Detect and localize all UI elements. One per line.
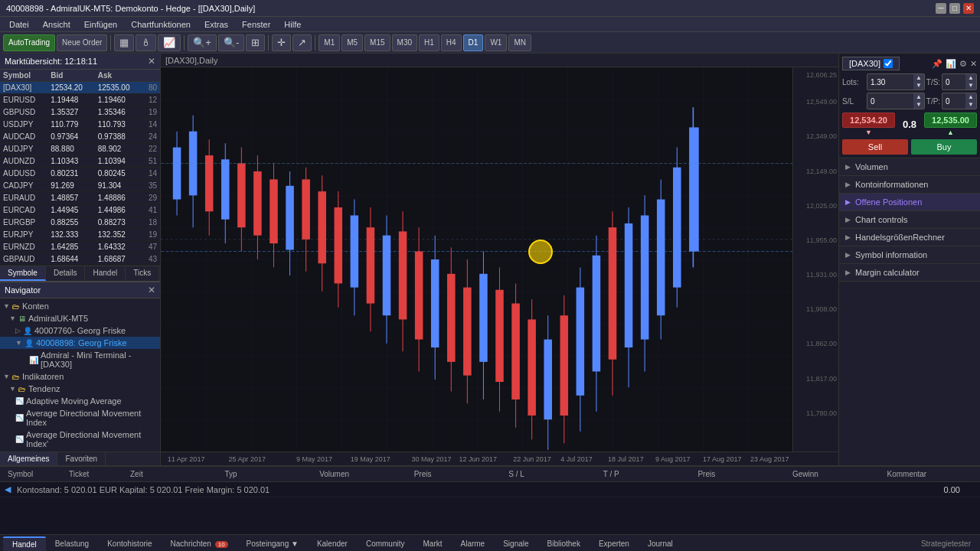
tf-h1[interactable]: H1 bbox=[419, 34, 439, 51]
tab-experten[interactable]: Experten bbox=[590, 537, 639, 550]
minimize-button[interactable]: ─ bbox=[936, 3, 946, 14]
mw-row[interactable]: [DAX30] 12534.20 12535.00 80 bbox=[0, 82, 160, 94]
menu-einfuegen[interactable]: Einfügen bbox=[78, 18, 123, 31]
nav-account1[interactable]: ▷ 👤 40007760- Georg Friske bbox=[0, 324, 160, 337]
tw-ts-down[interactable]: ▼ bbox=[965, 82, 976, 90]
mw-tab-details[interactable]: Details bbox=[46, 266, 86, 281]
tf-m1[interactable]: M1 bbox=[318, 34, 340, 51]
accordion-symbol-header[interactable]: ▶ Symbol information bbox=[839, 246, 980, 263]
menu-fenster[interactable]: Fenster bbox=[236, 18, 276, 31]
menu-chartfunktionen[interactable]: Chartfunktionen bbox=[125, 18, 197, 31]
mw-row[interactable]: EURCAD 1.44945 1.44986 41 bbox=[0, 204, 160, 217]
toolbar-zoom-out[interactable]: 🔍- bbox=[218, 34, 244, 51]
trade-col-ticket[interactable]: Ticket bbox=[64, 468, 126, 480]
autotrading-button[interactable]: AutoTrading bbox=[3, 34, 55, 51]
nav-account2[interactable]: ▼ 👤 40008898: Georg Friske bbox=[0, 337, 160, 349]
tf-mn[interactable]: MN bbox=[508, 34, 531, 51]
mw-row[interactable]: GBPUSD 1.35327 1.35346 19 bbox=[0, 106, 160, 119]
buy-button[interactable]: Buy bbox=[911, 139, 977, 155]
tf-d1[interactable]: D1 bbox=[463, 34, 484, 51]
new-order-button[interactable]: Neue Order bbox=[57, 34, 107, 51]
tab-kontohistorie[interactable]: Kontohistorie bbox=[98, 537, 161, 550]
nav-indicator-0[interactable]: 📉 Adaptive Moving Average bbox=[0, 395, 160, 407]
menu-ansicht[interactable]: Ansicht bbox=[37, 18, 77, 31]
tf-m15[interactable]: M15 bbox=[364, 34, 390, 51]
nav-admiraluk-mt5[interactable]: ▼ 🖥 AdmiralUK-MT5 bbox=[0, 312, 160, 324]
mw-tab-ticks[interactable]: Ticks bbox=[126, 266, 159, 281]
toolbar-candle[interactable]: 🕯 bbox=[136, 34, 156, 51]
tab-alarme[interactable]: Alarme bbox=[452, 537, 495, 550]
nav-tendenz[interactable]: ▼ 🗁 Tendenz bbox=[0, 383, 160, 395]
trade-col-gewinn[interactable]: Gewinn bbox=[788, 468, 883, 480]
trade-col-tp[interactable]: T / P bbox=[599, 468, 694, 480]
tf-m5[interactable]: M5 bbox=[341, 34, 363, 51]
nav-indicator-2[interactable]: 📉 Average Directional Movement Index' bbox=[0, 429, 160, 450]
tw-ts-input[interactable] bbox=[942, 77, 965, 88]
mw-row[interactable]: AUDNZD 1.10343 1.10394 51 bbox=[0, 155, 160, 168]
market-watch-close[interactable]: ✕ bbox=[148, 56, 155, 67]
tf-h4[interactable]: H4 bbox=[441, 34, 462, 51]
toolbar-grid[interactable]: ⊞ bbox=[246, 34, 265, 51]
mw-row[interactable]: GBPAUD 1.68644 1.68687 43 bbox=[0, 253, 160, 266]
tw-tp-input[interactable] bbox=[942, 96, 965, 107]
trade-col-zeit[interactable]: Zeit bbox=[126, 468, 220, 480]
tw-lots-up[interactable]: ▲ bbox=[913, 74, 924, 82]
tw-chart-icon[interactable]: 📊 bbox=[946, 59, 956, 69]
tw-lots-down[interactable]: ▼ bbox=[913, 82, 924, 90]
menu-datei[interactable]: Datei bbox=[3, 18, 35, 31]
menu-hilfe[interactable]: Hilfe bbox=[278, 18, 307, 31]
mw-row[interactable]: AUDCAD 0.97364 0.97388 24 bbox=[0, 131, 160, 143]
menu-extras[interactable]: Extras bbox=[198, 18, 234, 31]
tw-symbol-checkbox[interactable] bbox=[884, 59, 893, 68]
trade-col-typ[interactable]: Typ bbox=[220, 468, 315, 480]
mw-row[interactable]: EURJPY 132.333 132.352 19 bbox=[0, 229, 160, 241]
toolbar-zoom-in[interactable]: 🔍+ bbox=[188, 34, 217, 51]
mw-tab-symbole[interactable]: Symbole bbox=[0, 266, 46, 281]
mw-row[interactable]: EURGBP 0.88255 0.88273 18 bbox=[0, 217, 160, 229]
tab-markt[interactable]: Markt bbox=[414, 537, 452, 550]
sell-button[interactable]: Sell bbox=[842, 139, 908, 155]
trade-col-sl[interactable]: S / L bbox=[504, 468, 599, 480]
tab-handel[interactable]: Handel bbox=[3, 536, 46, 551]
tw-pin-icon[interactable]: 📌 bbox=[932, 59, 942, 69]
accordion-handels-header[interactable]: ▶ HandelsgrößenRechner bbox=[839, 229, 980, 246]
tw-tp-up[interactable]: ▲ bbox=[965, 93, 976, 101]
mw-row[interactable]: EURNZD 1.64285 1.64332 47 bbox=[0, 241, 160, 253]
mw-row[interactable]: EURUSD 1.19448 1.19460 12 bbox=[0, 94, 160, 106]
maximize-button[interactable]: □ bbox=[949, 3, 960, 14]
toolbar-line[interactable]: 📈 bbox=[158, 34, 181, 51]
mw-row[interactable]: USDJPY 110.779 110.793 14 bbox=[0, 119, 160, 131]
tab-bibliothek[interactable]: Bibliothek bbox=[538, 537, 590, 550]
trade-col-preis[interactable]: Preis bbox=[410, 468, 505, 480]
tab-kalender[interactable]: Kalender bbox=[308, 537, 357, 550]
trade-col-volumen[interactable]: Volumen bbox=[315, 468, 410, 480]
mw-tab-handel[interactable]: Handel bbox=[85, 266, 126, 281]
accordion-konto-header[interactable]: ▶ Kontoinformationen bbox=[839, 176, 980, 193]
tw-close-icon[interactable]: ✕ bbox=[970, 59, 977, 69]
toolbar-crosshair[interactable]: ✛ bbox=[272, 34, 291, 51]
tw-lots-input[interactable] bbox=[867, 77, 913, 88]
nav-tab-favoriten[interactable]: Favoriten bbox=[57, 452, 106, 465]
trade-col-preis2[interactable]: Preis bbox=[693, 468, 788, 480]
tw-sl-down[interactable]: ▼ bbox=[913, 101, 924, 109]
tw-ts-up[interactable]: ▲ bbox=[965, 74, 976, 82]
tf-w1[interactable]: W1 bbox=[485, 34, 507, 51]
close-button[interactable]: ✕ bbox=[963, 3, 974, 14]
tw-sl-input[interactable] bbox=[867, 96, 913, 107]
accordion-chart-header[interactable]: ▶ Chart controls bbox=[839, 211, 980, 228]
nav-tab-allgemeines[interactable]: Allgemeines bbox=[0, 452, 57, 465]
mw-row[interactable]: EURAUD 1.48857 1.48886 29 bbox=[0, 192, 160, 204]
tab-journal[interactable]: Journal bbox=[639, 537, 682, 550]
trade-col-kommentar[interactable]: Kommentar bbox=[883, 468, 978, 480]
tw-settings-icon[interactable]: ⚙ bbox=[959, 59, 967, 69]
tab-community[interactable]: Community bbox=[357, 537, 414, 550]
tf-m30[interactable]: M30 bbox=[392, 34, 417, 51]
accordion-margin-header[interactable]: ▶ Margin calculator bbox=[839, 264, 980, 281]
tw-tp-down[interactable]: ▼ bbox=[965, 101, 976, 109]
accordion-offene-header[interactable]: ▶ Offene Positionen bbox=[839, 194, 980, 210]
mw-row[interactable]: CADJPY 91.269 91.304 35 bbox=[0, 180, 160, 192]
tab-posteingang[interactable]: Posteingang ▼ bbox=[237, 537, 308, 550]
navigator-close[interactable]: ✕ bbox=[148, 285, 155, 295]
mw-row[interactable]: AUDJPY 88.880 88.902 22 bbox=[0, 143, 160, 155]
toolbar-arrow[interactable]: ↗ bbox=[292, 34, 312, 51]
